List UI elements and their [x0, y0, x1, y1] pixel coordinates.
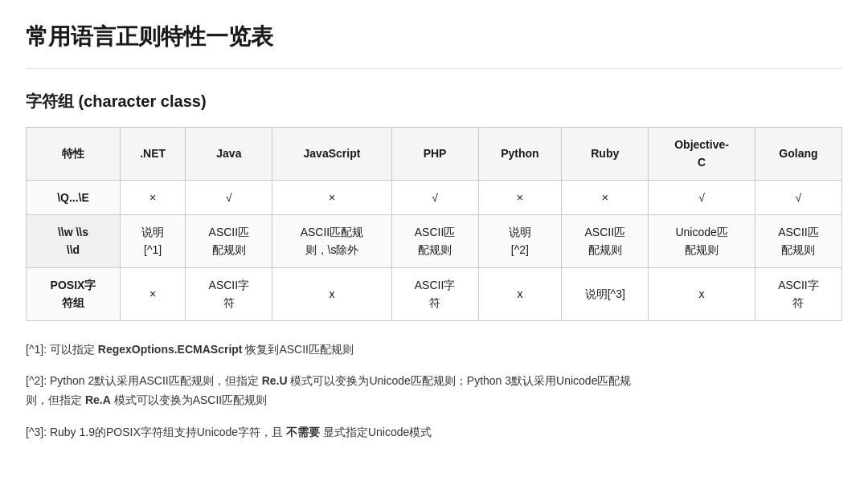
row1-python: × — [478, 180, 562, 214]
row3-ruby: 说明[^3] — [562, 267, 649, 320]
row1-feature: \Q...\E — [27, 180, 121, 214]
row2-feature: \\w \\s\\d — [27, 214, 121, 267]
row3-python: x — [478, 267, 562, 320]
feature-table: 特性 .NET Java JavaScript PHP Python Ruby … — [26, 127, 842, 321]
note2-bold1: Re.U — [262, 374, 288, 387]
col-header-objectivec: Objective-C — [649, 127, 755, 180]
col-header-python: Python — [478, 127, 562, 180]
notes-section: [^1]: 可以指定 RegexOptions.ECMAScript 恢复到AS… — [26, 340, 842, 442]
table-row: \\w \\s\\d 说明[^1] ASCII匹配规则 ASCII匹配规则，\s… — [27, 214, 842, 267]
table-row: POSIX字符组 × ASCII字符 x ASCII字符 x 说明[^3] x … — [27, 267, 842, 320]
col-header-java: Java — [186, 127, 272, 180]
character-class-table: 特性 .NET Java JavaScript PHP Python Ruby … — [26, 127, 842, 321]
page-title: 常用语言正则特性一览表 — [26, 19, 842, 69]
row1-objectivec: √ — [649, 180, 755, 214]
row3-feature: POSIX字符组 — [27, 267, 121, 320]
note2-bold2: Re.A — [85, 393, 111, 406]
row1-golang: √ — [755, 180, 841, 214]
row2-python: 说明[^2] — [478, 214, 562, 267]
row2-php: ASCII匹配规则 — [391, 214, 478, 267]
section-title: 字符组 (character class) — [26, 88, 842, 114]
row3-objectivec: x — [649, 267, 755, 320]
row3-php: ASCII字符 — [391, 267, 478, 320]
table-row: \Q...\E × √ × √ × × √ √ — [27, 180, 842, 214]
row2-golang: ASCII匹配规则 — [755, 214, 841, 267]
row1-java: √ — [186, 180, 272, 214]
row2-javascript: ASCII匹配规则，\s除外 — [272, 214, 391, 267]
note1-bold: RegexOptions.ECMAScript — [98, 343, 243, 356]
row2-net: 说明[^1] — [120, 214, 185, 267]
row2-objectivec: Unicode匹配规则 — [649, 214, 755, 267]
col-header-ruby: Ruby — [562, 127, 649, 180]
note-2: [^2]: Python 2默认采用ASCII匹配规则，但指定 Re.U 模式可… — [26, 372, 842, 410]
row1-javascript: × — [272, 180, 391, 214]
row3-javascript: x — [272, 267, 391, 320]
col-header-php: PHP — [391, 127, 478, 180]
note3-bold: 不需要 — [286, 426, 320, 438]
row3-java: ASCII字符 — [186, 267, 272, 320]
row2-java: ASCII匹配规则 — [186, 214, 272, 267]
row2-ruby: ASCII匹配规则 — [562, 214, 649, 267]
col-header-javascript: JavaScript — [272, 127, 391, 180]
row1-ruby: × — [562, 180, 649, 214]
col-header-net: .NET — [120, 127, 185, 180]
note-1: [^1]: 可以指定 RegexOptions.ECMAScript 恢复到AS… — [26, 340, 842, 360]
col-header-feature: 特性 — [27, 127, 121, 180]
col-header-golang: Golang — [755, 127, 841, 180]
row3-golang: ASCII字符 — [755, 267, 841, 320]
row1-php: √ — [391, 180, 478, 214]
row3-net: × — [120, 267, 185, 320]
row1-net: × — [120, 180, 185, 214]
note-3: [^3]: Ruby 1.9的POSIX字符组支持Unicode字符，且 不需要… — [26, 423, 842, 442]
